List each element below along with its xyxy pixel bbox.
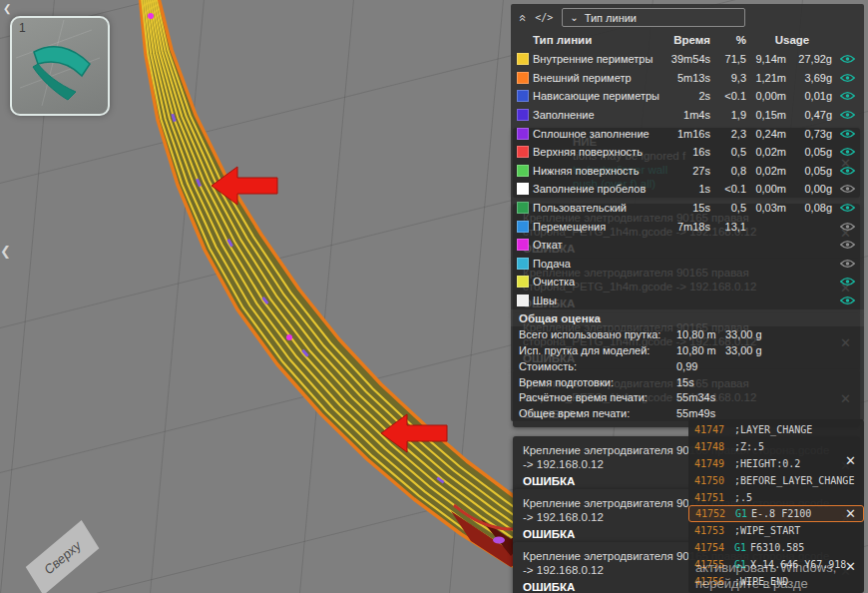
gcode-line[interactable]: 41754G1F6310.585 <box>688 539 864 556</box>
feature-used-m: 0,02m <box>748 146 790 158</box>
feature-label: Нависающие периметры <box>533 90 664 102</box>
sidebar-collapse-icon[interactable]: ❮ <box>0 244 11 259</box>
gcode-line-number: 41752 <box>689 508 735 519</box>
feature-used-g: 0,08g <box>790 202 836 214</box>
feature-percent: 0,5 <box>714 202 748 214</box>
summary-value: 10,80 m 33,00 g <box>676 344 762 356</box>
feature-color-swatch <box>517 109 529 121</box>
feature-label: Сплошное заполнение <box>533 128 664 140</box>
feature-percent: 1,9 <box>714 109 748 121</box>
visibility-eye-icon[interactable] <box>840 110 855 120</box>
feature-label: Заполнение пробелов <box>533 183 664 195</box>
legend-row[interactable]: Пользовательский15s0,50,03m0,08g <box>517 199 858 218</box>
visibility-eye-icon[interactable] <box>840 129 855 139</box>
view-type-dropdown[interactable]: ⌄ Тип линии <box>562 8 745 27</box>
gcode-line-number: 41755 <box>688 559 734 570</box>
feature-color-swatch <box>517 295 529 306</box>
visibility-eye-icon[interactable] <box>840 184 855 194</box>
feature-time: 39m54s <box>664 53 714 65</box>
feature-percent: 0,8 <box>714 165 748 177</box>
gcode-args: X-14.646 Y67.918 <box>750 559 846 570</box>
legend-row[interactable]: Нижняя поверхность27s0,80,02m0,05g <box>517 162 858 181</box>
legend-row[interactable]: Перемещения7m18s13,1 <box>517 217 858 236</box>
feature-label: Откат <box>533 239 664 251</box>
feature-used-m: 0,24m <box>748 128 790 140</box>
gcode-line[interactable]: 41747;LAYER_CHANGE <box>688 421 864 438</box>
close-icon[interactable]: ✕ <box>845 559 856 574</box>
summary-value: 55m49s <box>676 407 715 419</box>
collapse-panel-icon[interactable]: « <box>518 14 528 21</box>
legend-panel: « </> ⌄ Тип линии Тип линии Время % Usag… <box>511 4 864 421</box>
visibility-eye-icon[interactable] <box>840 73 855 83</box>
visibility-eye-icon[interactable] <box>840 259 855 269</box>
close-icon[interactable]: ✕ <box>845 453 856 468</box>
feature-used-g: 0,47g <box>790 109 836 121</box>
gcode-line[interactable]: 41749;HEIGHT:0.2 <box>688 455 864 472</box>
close-icon[interactable]: ✕ <box>845 506 856 521</box>
retraction-dot <box>286 334 292 340</box>
legend-row[interactable]: Сплошное заполнение1m16s2,30,24m0,73g <box>517 124 858 143</box>
gcode-viewer-icon[interactable]: </> <box>535 12 553 23</box>
gcode-line-number: 41753 <box>688 525 734 536</box>
chevron-left-icon[interactable]: ❮ <box>3 3 11 14</box>
visibility-eye-icon[interactable] <box>840 277 855 287</box>
gcode-line[interactable]: 41748;Z:.5 <box>688 438 864 455</box>
gcode-line[interactable]: 41753;WIPE_START <box>688 522 864 539</box>
col-percent: % <box>714 34 748 46</box>
feature-used-m: 0,03m <box>748 202 790 214</box>
summary-row: Расчётное время печати:55m34s <box>511 390 864 406</box>
feature-time: 16s <box>664 146 714 158</box>
feature-used-m: 0,00m <box>748 183 790 195</box>
visibility-eye-icon[interactable] <box>840 91 855 101</box>
gcode-line[interactable]: 41755G1X-14.646 Y67.918 <box>688 556 864 573</box>
gcode-line[interactable]: 41751;.5 <box>688 489 864 506</box>
legend-row[interactable]: Верхняя поверхность16s0,50,02m0,05g <box>517 143 858 162</box>
summary-row: Всего использовано прутка:10,80 m 33,00 … <box>511 326 864 342</box>
visibility-eye-icon[interactable] <box>840 222 855 232</box>
visibility-eye-icon[interactable] <box>840 240 855 250</box>
gcode-line[interactable]: 41750;BEFORE_LAYER_CHANGE <box>688 472 864 489</box>
feature-used-m: 1,21m <box>748 72 790 84</box>
gcode-line[interactable]: 41752G1E-.8 F2100 <box>688 505 864 522</box>
gcode-comment: ;LAYER_CHANGE <box>734 424 812 435</box>
legend-row[interactable]: Откат <box>517 236 858 255</box>
plate-thumbnail[interactable]: 1 <box>10 16 110 116</box>
feature-time: 27s <box>664 165 714 177</box>
gcode-lines: 41747;LAYER_CHANGE41748;Z:.541749;HEIGHT… <box>688 421 864 590</box>
legend-row[interactable]: Внешний периметр5m13s9,31,21m3,69g <box>517 69 858 88</box>
visibility-eye-icon[interactable] <box>840 166 855 176</box>
gcode-line-number: 41754 <box>688 542 734 553</box>
feature-percent: 2,3 <box>714 128 748 140</box>
legend-row[interactable]: Заполнение пробелов1s<0.10,00m0,00g <box>517 180 858 199</box>
legend-row[interactable]: Внутренние периметры39m54s71,59,14m27,92… <box>517 50 858 69</box>
visibility-eye-icon[interactable] <box>840 296 855 305</box>
legend-row[interactable]: Подача <box>517 255 858 274</box>
feature-percent: 0,5 <box>714 146 748 158</box>
legend-row[interactable]: Заполнение1m4s1,90,15m0,47g <box>517 106 858 125</box>
visibility-eye-icon[interactable] <box>840 147 855 157</box>
feature-used-m: 0,15m <box>748 109 790 121</box>
feature-used-g: 0,01g <box>790 90 836 102</box>
gcode-comment: ;HEIGHT:0.2 <box>734 458 800 469</box>
summary-label: Всего использовано прутка: <box>519 328 676 340</box>
gcode-command: G1 <box>735 508 747 519</box>
gcode-line-number: 41751 <box>688 492 734 503</box>
feature-label: Пользовательский <box>533 202 664 214</box>
feature-label: Перемещения <box>533 221 664 233</box>
legend-row[interactable]: Швы <box>517 292 858 310</box>
feature-time: 1m4s <box>664 109 714 121</box>
visibility-eye-icon[interactable] <box>840 203 855 213</box>
slicer-preview-window: ❮ ❮ 1 Сверху « </> ⌄ Тип линии Тип линии… <box>0 0 868 593</box>
feature-time: 1s <box>664 183 714 195</box>
legend-row[interactable]: Очистка <box>517 273 858 292</box>
feature-color-swatch <box>517 183 529 195</box>
summary-row: Стоимость:0,99 <box>511 358 864 374</box>
legend-rows: Внутренние периметры39m54s71,59,14m27,92… <box>517 50 858 309</box>
gcode-command: G1 <box>734 559 746 570</box>
gcode-line[interactable]: 41756;WIPE_END <box>688 573 864 590</box>
visibility-eye-icon[interactable] <box>840 54 855 64</box>
gcode-line-number: 41749 <box>688 458 734 469</box>
feature-color-swatch <box>517 221 529 233</box>
legend-row[interactable]: Нависающие периметры2s<0.10,00m0,01g <box>517 87 858 106</box>
feature-percent: 71,5 <box>714 53 748 65</box>
